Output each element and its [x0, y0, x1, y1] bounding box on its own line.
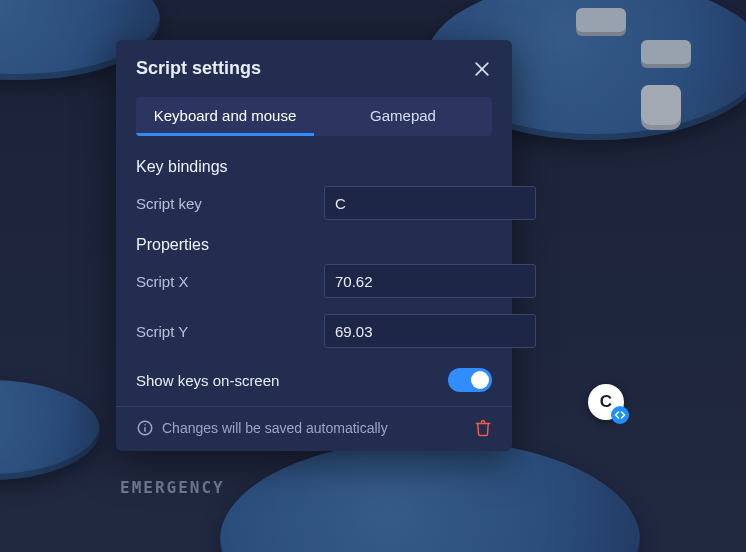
footer-message: Changes will be saved automatically	[162, 420, 388, 436]
label-script-x: Script X	[136, 273, 324, 290]
svg-point-4	[144, 424, 146, 426]
tab-label: Gamepad	[370, 107, 436, 124]
map-pin-avatar[interactable]: C	[588, 384, 624, 420]
label-script-y: Script Y	[136, 323, 324, 340]
dialog-header: Script settings	[136, 58, 492, 79]
toggle-show-keys[interactable]	[448, 368, 492, 392]
row-script-key: Script key	[136, 186, 492, 220]
section-title-keybindings: Key bindings	[136, 158, 492, 176]
section-title-properties: Properties	[136, 236, 492, 254]
label-show-keys: Show keys on-screen	[136, 372, 279, 389]
input-script-x[interactable]	[324, 264, 536, 298]
footer-info: Changes will be saved automatically	[136, 419, 388, 437]
info-icon	[136, 419, 154, 437]
tab-bar: Keyboard and mouse Gamepad	[136, 97, 492, 136]
input-script-y[interactable]	[324, 314, 536, 348]
tab-label: Keyboard and mouse	[154, 107, 297, 124]
label-script-key: Script key	[136, 195, 324, 212]
script-settings-dialog: Script settings Keyboard and mouse Gamep…	[116, 40, 512, 451]
dialog-footer: Changes will be saved automatically	[136, 419, 492, 437]
tab-gamepad[interactable]: Gamepad	[314, 97, 492, 136]
code-icon	[611, 406, 629, 424]
avatar-letter: C	[600, 392, 612, 412]
toggle-knob	[471, 371, 489, 389]
close-icon[interactable]	[472, 59, 492, 79]
trash-icon[interactable]	[474, 419, 492, 437]
row-show-keys-toggle: Show keys on-screen	[136, 368, 492, 392]
row-script-x: Script X	[136, 264, 492, 298]
divider	[116, 406, 512, 407]
input-script-key[interactable]	[324, 186, 536, 220]
tab-keyboard-mouse[interactable]: Keyboard and mouse	[136, 97, 314, 136]
dialog-title: Script settings	[136, 58, 261, 79]
row-script-y: Script Y	[136, 314, 492, 348]
